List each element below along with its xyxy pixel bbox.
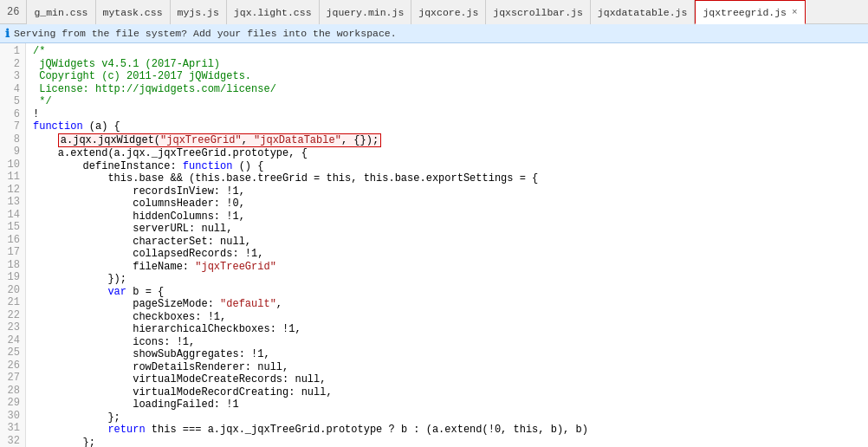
code-line-16: characterSet: null, [33,236,868,249]
code-line-23: hierarchicalCheckboxes: !1, [33,323,868,336]
tab-bar: 26 g_min.css mytask.css myjs.js jqx.ligh… [0,0,868,24]
line-num-1: 1 [5,45,20,58]
code-line-9: a.extend(a.jqx._jqxTreeGrid.prototype, { [33,147,868,160]
line-num-10: 10 [5,159,20,172]
code-line-13: columnsHeader: !0, [33,198,868,211]
code-line-31: return this === a.jqx._jqxTreeGrid.proto… [33,424,868,437]
info-message: Serving from the file system? Add your f… [14,28,397,39]
line-num-28: 28 [5,385,20,398]
line-num-23: 23 [5,321,20,334]
line-num-29: 29 [5,397,20,410]
code-line-14: hiddenColumns: !1, [33,211,868,224]
code-line-30: }; [33,411,868,424]
line-num-20: 20 [5,284,20,297]
info-bar: ℹ Serving from the file system? Add your… [0,24,868,43]
code-line-20: var b = { [33,286,868,299]
code-line-32: }; [33,437,868,448]
line-num-2: 2 [5,58,20,71]
tab-jqxscrollbar[interactable]: jqxscrollbar.js [486,0,591,24]
tab-jqxcore[interactable]: jqxcore.js [411,0,486,24]
code-line-11: this.base && (this.base.treeGrid = this,… [33,172,868,185]
line-num-14: 14 [5,209,20,222]
line-num-31: 31 [5,422,20,435]
code-line-28: virtualModeRecordCreating: null, [33,386,868,399]
code-line-25: showSubAggregates: !1, [33,348,868,361]
line-num-9: 9 [5,146,20,159]
line-num-13: 13 [5,196,20,209]
line-num-32: 32 [5,435,20,448]
code-line-24: icons: !1, [33,336,868,349]
code-line-26: rowDetailsRenderer: null, [33,361,868,374]
line-num-12: 12 [5,184,20,197]
line-num-15: 15 [5,221,20,234]
line-num-24: 24 [5,334,20,347]
line-num-11: 11 [5,171,20,184]
code-line-22: checkboxes: !1, [33,311,868,324]
tab-jqxlight[interactable]: jqx.light.css [227,0,320,24]
tab-counter: 26 [0,0,27,23]
line-num-4: 4 [5,83,20,96]
code-line-8: a.jqx.jqxWidget("jqxTreeGrid", "jqxDataT… [33,133,868,148]
line-num-27: 27 [5,372,20,385]
code-line-5: */ [33,95,868,108]
editor-container: 26 g_min.css mytask.css myjs.js jqx.ligh… [0,0,868,447]
line-num-22: 22 [5,309,20,322]
line-num-16: 16 [5,234,20,247]
line-num-3: 3 [5,70,20,83]
line-num-21: 21 [5,296,20,309]
line-num-26: 26 [5,360,20,372]
tab-mytask[interactable]: mytask.css [96,0,171,24]
code-line-18: fileName: "jqxTreeGrid" [33,261,868,274]
code-area: 1 2 3 4 5 6 7 8 9 10 11 12 13 14 15 16 1… [0,43,868,447]
tab-jquerymin[interactable]: jquery.min.js [320,0,412,24]
line-num-17: 17 [5,246,20,259]
info-icon: ℹ [5,27,10,41]
code-line-2: jQWidgets v4.5.1 (2017-April) [33,58,868,71]
line-numbers: 1 2 3 4 5 6 7 8 9 10 11 12 13 14 15 16 1… [0,43,26,447]
tab-close-icon[interactable]: × [792,7,798,17]
tab-jqxdatatable[interactable]: jqxdatatable.js [591,0,696,24]
line-num-8: 8 [5,133,20,146]
code-line-29: loadingFailed: !1 [33,398,868,411]
line-num-7: 7 [5,120,20,133]
tab-g_min[interactable]: g_min.css [27,0,95,24]
code-line-10: defineInstance: function () { [33,160,868,173]
code-line-4: License: http://jqwidgets.com/license/ [33,83,868,96]
line-num-6: 6 [5,108,20,121]
code-line-6: ! [33,108,868,121]
code-line-15: serverURL: null, [33,223,868,236]
line-num-19: 19 [5,271,20,284]
code-line-21: pageSizeMode: "default", [33,298,868,311]
line-num-25: 25 [5,347,20,360]
line-num-18: 18 [5,259,20,272]
code-line-7: function (a) { [33,120,868,133]
tab-myjs[interactable]: myjs.js [171,0,227,24]
line-num-5: 5 [5,95,20,108]
code-line-3: Copyright (c) 2011-2017 jQWidgets. [33,70,868,83]
line-num-30: 30 [5,410,20,423]
code-line-27: virtualModeCreateRecords: null, [33,373,868,386]
code-content[interactable]: /* jQWidgets v4.5.1 (2017-April) Copyrig… [26,43,868,447]
code-line-12: recordsInView: !1, [33,185,868,198]
code-line-19: }); [33,273,868,286]
code-line-1: /* [33,45,868,58]
code-line-17: collapsedRecords: !1, [33,248,868,261]
tab-jqxtreegrid[interactable]: jqxtreegrid.js × [695,0,805,24]
